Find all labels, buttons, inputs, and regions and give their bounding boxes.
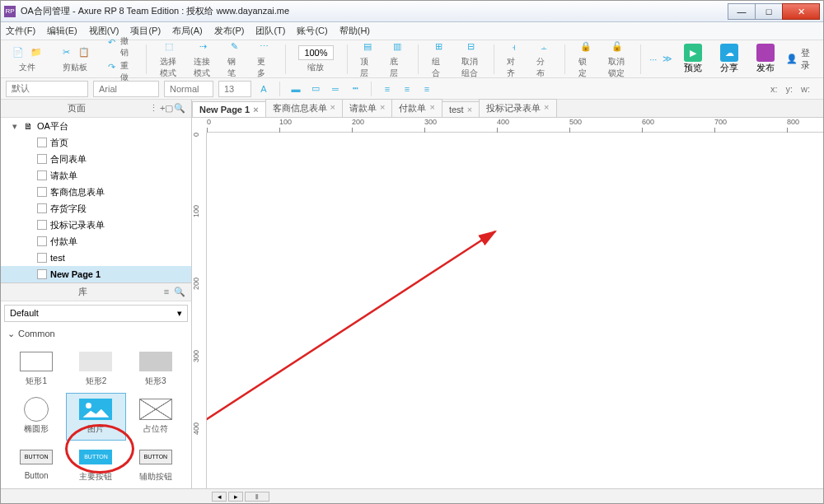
widget-btnp[interactable]: BUTTON主要按钮 [67,441,124,488]
top-button[interactable]: ▤顶层 [355,38,380,81]
lock-button[interactable]: 🔒锁定 [574,38,598,81]
align-button[interactable]: ⫞对齐 [502,38,527,81]
library-select-wrap: Default▾ [1,301,191,325]
maximize-button[interactable]: □ [755,3,783,20]
bottom-button[interactable]: ▥底层 [385,38,410,81]
menu-account[interactable]: 账号(C) [297,25,327,37]
tab[interactable]: 付款单× [391,99,442,117]
page-item[interactable]: 存货字段 [1,200,191,217]
clipboard-group[interactable]: ✂📋 剪贴板 [54,44,96,75]
tree-root[interactable]: ▾ 🗎 OA平台 [1,118,191,134]
library-title: 库 [6,286,160,298]
widget-label: 椭圆形 [24,423,49,435]
page-item[interactable]: New Page 1 [1,266,191,282]
menu-help[interactable]: 帮助(H) [339,25,370,37]
expand-icon[interactable]: ▾ [12,121,21,132]
widget-ellip[interactable]: 椭圆形 [7,394,65,440]
pen-button[interactable]: ✎钢笔 [222,38,247,81]
fontsize-select[interactable]: 13 [218,81,251,97]
group-button[interactable]: ⊞组合 [427,38,452,81]
login-button[interactable]: 👤登录 [786,47,818,72]
more-button[interactable]: ⋯更多 [252,38,277,81]
select-icon: ⬚ [162,40,176,54]
fontcolor-icon[interactable]: A [256,82,271,96]
library-dropdown[interactable]: Default▾ [4,305,188,322]
fontstyle-select[interactable]: Normal [164,81,213,97]
close-button[interactable]: ✕ [782,3,820,20]
tab[interactable]: New Page 1× [192,101,266,117]
file-group[interactable]: 📄📁 文件 [6,44,49,75]
property-toolbar: 默认 Arial Normal 13 A ▬ ▭ ═ ┅ ≡ ≡ ≡ x: y:… [1,78,823,100]
ungroup-button[interactable]: ⊟取消组合 [456,38,485,81]
close-tab-icon[interactable]: × [253,105,258,114]
canvas[interactable] [207,133,823,488]
add-page-icon[interactable]: +▢ [160,103,173,114]
close-tab-icon[interactable]: × [544,102,549,114]
zoom-value[interactable]: 100% [298,45,333,60]
preview-button[interactable]: ▶预览 [677,44,709,74]
linewidth-icon[interactable]: ═ [328,82,343,96]
pen-icon: ✎ [227,40,242,54]
page-icon [37,269,47,279]
border-icon[interactable]: ▭ [308,82,323,96]
linestyle-icon[interactable]: ┅ [348,82,363,96]
font-select[interactable]: Arial [93,81,159,97]
menu-layout[interactable]: 布局(A) [172,25,203,37]
scroll-left[interactable]: ◂ [212,492,227,502]
widget-btn[interactable]: BUTTONButton [7,441,65,488]
page-item[interactable]: 请款单 [1,167,191,184]
page-item[interactable]: 首页 [1,134,191,151]
library-search-icon[interactable]: 🔍 [173,287,186,297]
selectmode-button[interactable]: ⬚选择模式 [155,38,184,81]
menu-publish[interactable]: 发布(P) [214,25,245,37]
connectmode-button[interactable]: ⇢连接模式 [189,38,218,81]
expand-button[interactable]: ≫ [662,52,672,67]
publish-button[interactable]: 发布 [750,44,781,74]
pages-menu-icon[interactable]: ⋮ [147,103,160,114]
tab[interactable]: 请款单× [342,99,392,117]
page-item[interactable]: 付款单 [1,233,191,250]
widget-btns[interactable]: BUTTON辅助按钮 [127,441,185,488]
widget-label: 矩形3 [145,376,166,387]
menu-edit[interactable]: 编辑(E) [47,25,77,37]
cut-icon: ✂ [59,45,73,60]
close-tab-icon[interactable]: × [330,102,335,114]
scroll-handle[interactable]: ⦀ [245,492,269,502]
page-item[interactable]: 合同表单 [1,151,191,167]
tab[interactable]: 客商信息表单× [265,99,343,117]
widget-r2[interactable]: 矩形2 [67,346,124,392]
dots-button[interactable]: ··· [649,52,658,67]
widget-place[interactable]: 占位符 [127,394,185,440]
redo-icon: ↷ [106,60,117,75]
menu-file[interactable]: 文件(F) [6,25,35,37]
clipboard-label: 剪贴板 [63,62,87,73]
style-default[interactable]: 默认 [6,81,88,97]
widget-r1[interactable]: 矩形1 [7,346,65,392]
close-tab-icon[interactable]: × [380,102,385,114]
unlock-button[interactable]: 🔓取消锁定 [603,38,632,81]
page-item[interactable]: 投标记录表单 [1,217,191,233]
search-page-icon[interactable]: 🔍 [173,103,186,114]
share-button[interactable]: ☁分享 [714,44,745,74]
close-tab-icon[interactable]: × [467,105,472,114]
page-item[interactable]: 客商信息表单 [1,184,191,200]
menu-team[interactable]: 团队(T) [255,25,285,37]
close-tab-icon[interactable]: × [429,102,434,114]
tab[interactable]: test× [442,101,480,117]
undo-group[interactable]: ↶撤销 ↷重做 [101,34,138,85]
library-category[interactable]: ⌄ Common [1,325,191,343]
widget-r3[interactable]: 矩形3 [127,346,185,392]
align-center-icon[interactable]: ≡ [400,82,414,96]
library-menu-icon[interactable]: ≡ [160,287,173,296]
tab[interactable]: 投标记录表单× [479,99,556,117]
distribute-button[interactable]: ⫠分布 [531,38,556,81]
fill-icon[interactable]: ▬ [288,82,303,96]
align-left-icon[interactable]: ≡ [380,82,395,96]
widget-img[interactable]: 图片 [67,394,124,440]
align-right-icon[interactable]: ≡ [419,82,434,96]
page-item[interactable]: test [1,250,191,266]
scroll-right[interactable]: ▸ [228,492,243,502]
minimize-button[interactable]: — [728,3,756,20]
lock-icon: 🔒 [578,40,593,54]
zoom-group[interactable]: 100%缩放 [293,44,338,75]
